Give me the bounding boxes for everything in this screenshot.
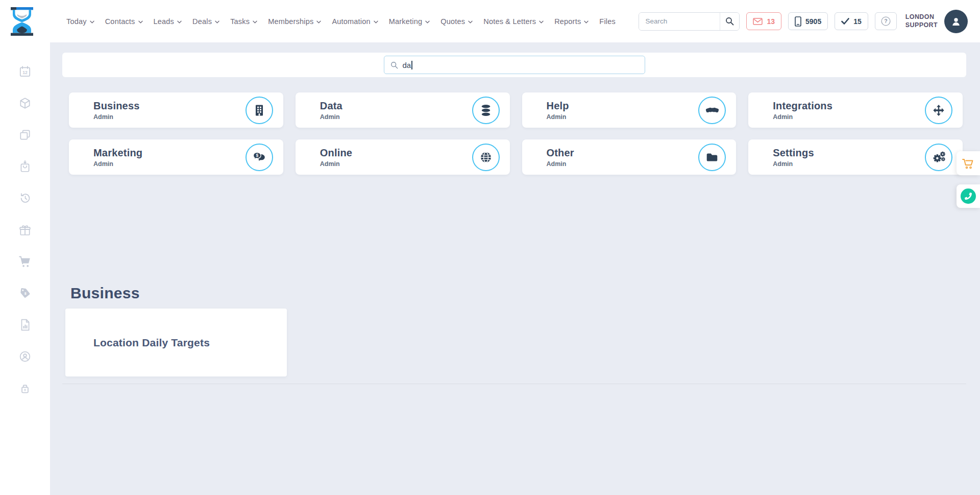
mail-count: 13 [767, 17, 775, 26]
page: Today Contacts Leads Deals Tasks Members… [0, 0, 980, 495]
card-icon-circle [925, 97, 952, 124]
user-name-line2: SUPPORT [905, 21, 938, 30]
nav-item-marketing[interactable]: Marketing [389, 17, 430, 26]
card-icon-circle [472, 144, 500, 171]
chevron-down-icon [584, 20, 589, 23]
nav-label: Contacts [105, 17, 135, 26]
phone-count: 5905 [805, 17, 821, 26]
card-title: Marketing [93, 147, 246, 159]
card-subtitle: Admin [547, 160, 699, 168]
price-tag-icon[interactable]: $ [18, 287, 32, 300]
search-submit-button[interactable] [720, 13, 739, 30]
card-marketing-admin[interactable]: Marketing Admin $ [69, 139, 283, 175]
handshake-icon [705, 103, 719, 117]
mail-badge[interactable]: 13 [746, 12, 781, 30]
nav-item-deals[interactable]: Deals [192, 17, 219, 26]
chevron-down-icon [374, 20, 378, 23]
chevron-down-icon [316, 20, 321, 23]
card-title: Business [93, 100, 246, 112]
nav-item-tasks[interactable]: Tasks [230, 17, 257, 26]
card-text: Online Admin [320, 147, 472, 168]
copy-icon[interactable] [18, 128, 32, 142]
calendar-12-icon[interactable]: 12 [18, 65, 32, 78]
folder-icon [705, 151, 719, 164]
global-search [639, 12, 740, 31]
check-icon [841, 18, 849, 25]
envelope-icon [753, 18, 763, 25]
card-text: Other Admin [547, 147, 699, 168]
nav-item-automation[interactable]: Automation [332, 17, 378, 26]
nav-item-notes-letters[interactable]: Notes & Letters [483, 17, 544, 26]
card-icon-circle: $ [246, 144, 273, 171]
nav-item-quotes[interactable]: Quotes [440, 17, 473, 26]
nav-item-reports[interactable]: Reports [554, 17, 589, 26]
chevron-down-icon [468, 20, 473, 23]
admin-search-value: da [403, 61, 411, 69]
card-text: Marketing Admin [93, 147, 246, 168]
report-file-icon[interactable] [18, 318, 32, 332]
phone-badge[interactable]: 5905 [788, 12, 828, 30]
user-name-line1: LONDON [905, 13, 938, 21]
gift-icon[interactable] [18, 223, 32, 237]
card-subtitle: Admin [320, 160, 472, 168]
card-text: Help Admin [547, 100, 699, 121]
cart-edge-widget[interactable] [957, 151, 980, 175]
card-title: Help [547, 100, 699, 112]
globe-icon [479, 151, 493, 164]
card-settings-admin[interactable]: Settings Admin [748, 139, 963, 175]
nav-item-contacts[interactable]: Contacts [105, 17, 143, 26]
card-other-admin[interactable]: Other Admin [522, 139, 737, 175]
card-business-admin[interactable]: Business Admin [69, 92, 283, 128]
global-search-input[interactable] [639, 13, 720, 30]
phone-icon [965, 193, 972, 200]
cube-icon[interactable] [18, 97, 32, 110]
result-location-daily-targets[interactable]: Location Daily Targets [65, 309, 287, 376]
nav-label: Quotes [440, 17, 465, 26]
card-online-admin[interactable]: Online Admin [296, 139, 510, 175]
admin-search-panel: da [62, 53, 966, 77]
nav-item-leads[interactable]: Leads [154, 17, 182, 26]
nav-label: Automation [332, 17, 370, 26]
nav-item-today[interactable]: Today [66, 17, 94, 26]
nav-label: Reports [554, 17, 581, 26]
card-title: Online [320, 147, 472, 159]
cart-filled-icon[interactable] [18, 255, 32, 268]
building-icon [253, 104, 266, 117]
svg-text:?: ? [884, 18, 887, 24]
cart-icon [962, 157, 975, 170]
card-text: Data Admin [320, 100, 472, 121]
nav-item-memberships[interactable]: Memberships [268, 17, 321, 26]
user-circle-icon[interactable] [18, 350, 32, 363]
database-icon [479, 104, 493, 117]
lock-icon[interactable] [18, 382, 32, 395]
avatar[interactable] [944, 10, 968, 33]
text-caret [411, 61, 412, 69]
help-badge[interactable]: ? [875, 12, 897, 30]
section-divider [62, 384, 966, 384]
admin-search-input[interactable]: da [384, 56, 645, 74]
nav-item-files[interactable]: Files [599, 17, 616, 26]
tasks-badge[interactable]: 15 [835, 12, 868, 30]
call-edge-widget[interactable] [957, 184, 980, 208]
card-title: Integrations [773, 100, 925, 112]
top-bar: Today Contacts Leads Deals Tasks Members… [0, 0, 980, 42]
history-icon[interactable] [18, 192, 32, 205]
mobile-icon [795, 16, 801, 27]
card-data-admin[interactable]: Data Admin [296, 92, 510, 128]
top-right-controls: 13 5905 15 ? LONDON SUPPORT [639, 10, 968, 33]
card-icon-circle [698, 97, 726, 124]
hourglass-logo-icon[interactable] [10, 7, 34, 36]
card-title: Data [320, 100, 472, 112]
card-help-admin[interactable]: Help Admin [522, 92, 737, 128]
card-title: Settings [773, 147, 925, 159]
card-text: Integrations Admin [773, 100, 925, 121]
comments-dollar-icon: $ [252, 150, 266, 164]
card-text: Business Admin [93, 100, 246, 121]
chevron-down-icon [425, 20, 430, 23]
user-icon [950, 15, 962, 28]
card-integrations-admin[interactable]: Integrations Admin [748, 92, 963, 128]
chevron-down-icon [215, 20, 219, 23]
bag-receive-icon[interactable] [18, 160, 32, 173]
chevron-down-icon [253, 20, 257, 23]
tasks-count: 15 [853, 17, 862, 26]
